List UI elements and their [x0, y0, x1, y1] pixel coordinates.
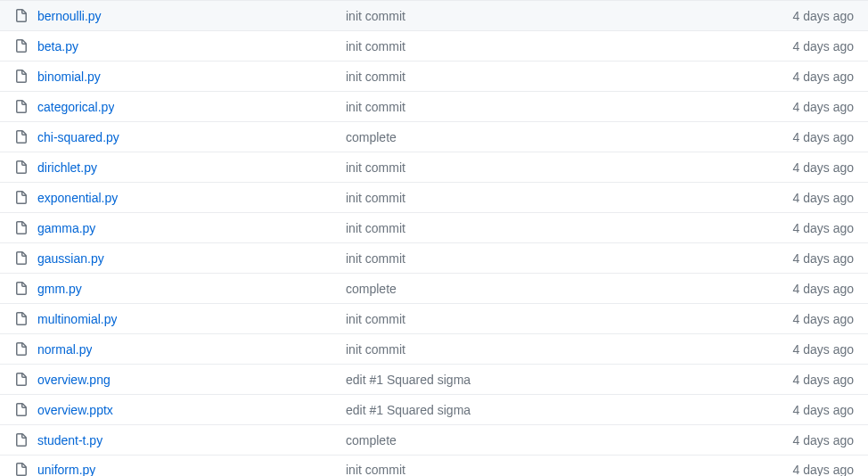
file-name-link[interactable]: beta.py — [37, 39, 78, 53]
file-name-cell: overview.png — [14, 373, 346, 387]
file-name-cell: binomial.py — [14, 70, 346, 84]
commit-message-cell: complete — [346, 282, 779, 296]
file-name-cell: gmm.py — [14, 282, 346, 296]
commit-message-cell: init commit — [346, 342, 779, 357]
commit-message-cell: init commit — [346, 100, 779, 114]
commit-time: 4 days ago — [779, 373, 855, 387]
file-row: overview.pngedit #1 Squared sigma4 days … — [0, 364, 868, 394]
file-icon — [14, 191, 29, 205]
file-name-link[interactable]: overview.pptx — [37, 403, 113, 417]
file-name-cell: multinomial.py — [14, 312, 346, 326]
commit-time: 4 days ago — [779, 100, 855, 114]
file-icon — [14, 251, 29, 266]
file-name-cell: beta.py — [14, 39, 346, 53]
file-icon — [14, 463, 29, 476]
file-name-link[interactable]: binomial.py — [37, 70, 101, 84]
file-icon — [14, 39, 29, 53]
commit-time: 4 days ago — [779, 251, 855, 266]
file-name-link[interactable]: multinomial.py — [37, 312, 117, 326]
file-row: normal.pyinit commit4 days ago — [0, 333, 868, 364]
file-row: exponential.pyinit commit4 days ago — [0, 182, 868, 212]
file-name-link[interactable]: categorical.py — [37, 100, 114, 114]
commit-message-link[interactable]: init commit — [346, 312, 405, 326]
commit-message-link[interactable]: complete — [346, 282, 397, 296]
file-icon — [14, 373, 29, 387]
commit-message-cell: init commit — [346, 39, 779, 53]
commit-message-cell: init commit — [346, 312, 779, 326]
file-icon — [14, 433, 29, 447]
file-row: gmm.pycomplete4 days ago — [0, 273, 868, 303]
file-name-link[interactable]: bernoulli.py — [37, 9, 102, 23]
commit-message-link[interactable]: init commit — [346, 9, 405, 23]
file-name-link[interactable]: chi-squared.py — [37, 130, 119, 144]
commit-message-link[interactable]: init commit — [346, 221, 405, 235]
commit-message-cell: init commit — [346, 251, 779, 266]
commit-message-link[interactable]: init commit — [346, 251, 405, 266]
commit-message-link[interactable]: init commit — [346, 342, 405, 357]
file-icon — [14, 9, 29, 23]
commit-message-cell: edit #1 Squared sigma — [346, 403, 779, 417]
commit-time: 4 days ago — [779, 282, 855, 296]
file-row: chi-squared.pycomplete4 days ago — [0, 121, 868, 152]
file-icon — [14, 342, 29, 357]
file-row: uniform.pyinit commit4 days ago — [0, 455, 868, 476]
commit-message-link[interactable]: init commit — [346, 463, 405, 476]
file-row: gaussian.pyinit commit4 days ago — [0, 242, 868, 273]
commit-message-link[interactable]: edit #1 Squared sigma — [346, 373, 471, 387]
file-name-link[interactable]: overview.png — [37, 373, 111, 387]
file-name-cell: chi-squared.py — [14, 130, 346, 144]
file-row: overview.pptxedit #1 Squared sigma4 days… — [0, 394, 868, 424]
file-name-link[interactable]: gmm.py — [37, 282, 82, 296]
file-name-cell: gaussian.py — [14, 251, 346, 266]
file-name-cell: uniform.py — [14, 463, 346, 476]
commit-message-cell: init commit — [346, 463, 779, 476]
file-name-cell: bernoulli.py — [14, 9, 346, 23]
file-name-link[interactable]: uniform.py — [37, 463, 95, 476]
commit-message-link[interactable]: edit #1 Squared sigma — [346, 403, 471, 417]
file-name-link[interactable]: normal.py — [37, 342, 92, 357]
file-row: bernoulli.pyinit commit4 days ago — [0, 0, 868, 30]
commit-message-cell: init commit — [346, 70, 779, 84]
file-icon — [14, 100, 29, 114]
file-name-link[interactable]: student-t.py — [37, 433, 102, 447]
file-row: student-t.pycomplete4 days ago — [0, 424, 868, 455]
commit-time: 4 days ago — [779, 39, 855, 53]
file-icon — [14, 221, 29, 235]
file-name-cell: gamma.py — [14, 221, 346, 235]
commit-message-link[interactable]: init commit — [346, 191, 405, 205]
file-row: beta.pyinit commit4 days ago — [0, 30, 868, 61]
file-row: categorical.pyinit commit4 days ago — [0, 91, 868, 121]
file-icon — [14, 282, 29, 296]
file-name-link[interactable]: gaussian.py — [37, 251, 104, 266]
commit-time: 4 days ago — [779, 433, 855, 447]
file-name-link[interactable]: gamma.py — [37, 221, 95, 235]
commit-message-cell: init commit — [346, 9, 779, 23]
file-row: binomial.pyinit commit4 days ago — [0, 61, 868, 91]
commit-time: 4 days ago — [779, 221, 855, 235]
commit-message-link[interactable]: init commit — [346, 39, 405, 53]
commit-time: 4 days ago — [779, 191, 855, 205]
commit-message-link[interactable]: complete — [346, 130, 397, 144]
file-list: bernoulli.pyinit commit4 days agobeta.py… — [0, 0, 868, 476]
commit-message-cell: init commit — [346, 191, 779, 205]
commit-time: 4 days ago — [779, 463, 855, 476]
commit-time: 4 days ago — [779, 312, 855, 326]
file-row: multinomial.pyinit commit4 days ago — [0, 303, 868, 333]
file-row: dirichlet.pyinit commit4 days ago — [0, 152, 868, 182]
file-name-cell: exponential.py — [14, 191, 346, 205]
commit-message-link[interactable]: init commit — [346, 160, 405, 175]
file-name-link[interactable]: exponential.py — [37, 191, 118, 205]
commit-message-link[interactable]: complete — [346, 433, 397, 447]
file-name-cell: categorical.py — [14, 100, 346, 114]
commit-message-link[interactable]: init commit — [346, 100, 405, 114]
commit-message-cell: complete — [346, 433, 779, 447]
file-name-cell: overview.pptx — [14, 403, 346, 417]
file-icon — [14, 403, 29, 417]
file-icon — [14, 312, 29, 326]
commit-message-link[interactable]: init commit — [346, 70, 405, 84]
commit-time: 4 days ago — [779, 70, 855, 84]
file-name-link[interactable]: dirichlet.py — [37, 160, 97, 175]
commit-message-cell: init commit — [346, 221, 779, 235]
file-name-cell: normal.py — [14, 342, 346, 357]
commit-message-cell: init commit — [346, 160, 779, 175]
